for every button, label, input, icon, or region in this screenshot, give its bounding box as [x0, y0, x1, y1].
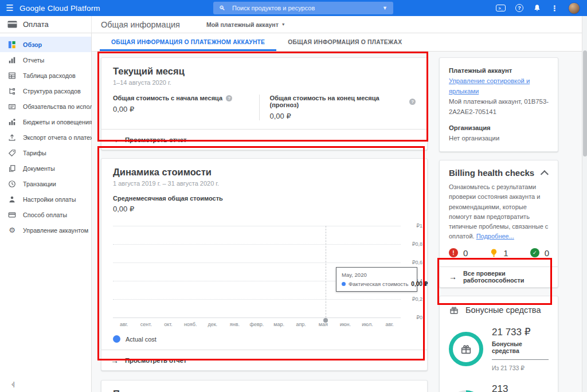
organization-label: Организация [449, 123, 549, 133]
metric-value: 0,00 ₽ [270, 112, 416, 120]
billing-health-description: Ознакомьтесь с результатами проверки сос… [449, 183, 548, 239]
sidebar-item-label: Управление аккаунтом [23, 227, 88, 234]
sidebar-item-commitments[interactable]: Обязательства по использ... [0, 99, 91, 114]
manage-sorting-labels-link[interactable]: Управление сортировкой и ярлыками [449, 77, 530, 95]
sidebar-item-label: Способ оплаты [23, 211, 67, 218]
legend-series-dot-icon [113, 335, 120, 343]
all-health-checks-link[interactable]: → Все проверки работоспособности [440, 266, 558, 287]
x-tick-label: апр. [290, 322, 312, 327]
x-tick-label: июн. [334, 322, 357, 327]
top-app-bar: ☰ Google Cloud Platform 🔍︎ Поиск продукт… [0, 0, 587, 16]
page-scrollbar[interactable] [582, 16, 587, 392]
credit-label: Бонусные средства [492, 340, 549, 360]
health-stat-count: 0 [463, 248, 468, 258]
x-tick-label: нояб. [179, 322, 202, 327]
tooltip-title: May, 2020 [342, 272, 412, 278]
cloud-shell-icon[interactable]: >_ [496, 5, 506, 11]
billing-account-selector-label: Мой платежный аккаунт [206, 21, 279, 28]
sidebar-item-budgets-alerts[interactable]: Бюджеты и оповещения [0, 114, 91, 130]
collapse-chevron-icon[interactable] [541, 170, 549, 178]
sidebar-item-cost-table[interactable]: Таблица расходов [0, 68, 91, 83]
x-axis-labels: авг. сент. окт. нояб. дек. янв. февр. ма… [113, 322, 401, 327]
sidebar-item-pricing[interactable]: Тарифы [0, 145, 91, 160]
x-axis-line [113, 317, 401, 318]
collapse-sidebar-icon[interactable]: ‹| [11, 381, 14, 387]
view-report-link[interactable]: → Просмотреть отчет [101, 350, 427, 370]
search-dropdown-caret-icon[interactable]: ▼ [382, 5, 388, 11]
sidebar-item-label: Структура расходов [23, 88, 81, 95]
current-month-date-range: 1–14 августа 2020 г. [113, 79, 416, 86]
sidebar-item-label: Таблица расходов [23, 72, 76, 79]
credit-total: Из 21 733 ₽ [492, 364, 549, 373]
metric-value: 0,00 ₽ [113, 105, 259, 113]
tab-payments-overview[interactable]: ОБЩАЯ ИНФОРМАЦИЯ О ПЛАТЕЖАХ [276, 33, 413, 51]
help-icon[interactable]: ? [226, 95, 232, 101]
menu-hamburger-icon[interactable]: ☰ [0, 3, 19, 13]
pricing-tag-icon [7, 148, 17, 158]
sidebar-item-reports[interactable]: Отчеты [0, 52, 91, 68]
commitments-icon [7, 102, 17, 111]
sidebar-item-billing-export[interactable]: Экспорт отчета о платежах [0, 130, 91, 145]
bonus-section-title: Бонусные средства [465, 305, 541, 315]
avg-cost-label: Среднемесячная общая стоимость [113, 195, 416, 202]
sidebar-item-label: Настройки оплаты [23, 196, 76, 203]
tooltip-series-label: Фактическая стоимость [349, 281, 408, 287]
billing-account-selector[interactable]: Мой платежный аккаунт ▼ [206, 21, 285, 28]
view-report-label: Просмотреть отчет [125, 357, 186, 364]
metric-month-to-date: Общая стоимость с начала месяца ? 0,00 ₽ [113, 95, 259, 120]
health-stat-count: 0 [545, 248, 549, 258]
popular-projects-card: Популярные проекты 1 августа 2019 г. – 3… [101, 380, 428, 392]
sidebar-item-label: Транзакции [23, 181, 56, 187]
sidebar-item-cost-breakdown[interactable]: Структура расходов [0, 83, 91, 99]
product-header-bar: Оплата Общая информация Мой платежный ак… [0, 16, 587, 33]
view-report-link[interactable]: → Просмотреть отчет [101, 129, 427, 150]
y-tick-label: ₽0 [416, 315, 422, 320]
sidebar-item-payment-settings[interactable]: Настройки оплаты [0, 191, 91, 207]
gridline [113, 244, 401, 245]
sidebar-item-overview[interactable]: Обзор [0, 37, 91, 52]
overview-grid-icon [7, 40, 17, 49]
arrow-right-icon: → [449, 272, 457, 281]
x-tick-label: дек. [201, 322, 224, 327]
sidebar-item-account-management[interactable]: ⚙ Управление аккаунтом [0, 222, 91, 238]
product-home[interactable]: Оплата [0, 16, 92, 33]
help-icon[interactable]: ? [409, 99, 416, 105]
tab-billing-account-overview[interactable]: ОБЩАЯ ИНФОРМАЦИЯ О ПЛАТЕЖНОМ АККАУНТЕ [100, 33, 276, 51]
free-trial-credits-card: Бонусные средства 21 733 ₽ Бонусные сред… [439, 296, 558, 392]
error-icon: ! [449, 248, 458, 257]
sidebar-item-payment-method[interactable]: Способ оплаты [0, 207, 91, 222]
arrow-right-icon: → [111, 356, 119, 365]
chart-legend: Actual cost [113, 335, 416, 343]
current-month-title: Текущий месяц [113, 66, 416, 77]
health-stat-suggestions: 1 [490, 248, 508, 258]
x-tick-label: сент. [135, 322, 158, 327]
sidebar-item-label: Тарифы [23, 150, 46, 156]
tooltip-value: 0,00 ₽ [411, 281, 428, 287]
y-tick-label: ₽0,8 [412, 241, 422, 247]
learn-more-link[interactable]: Подробнее... [476, 233, 514, 240]
gear-icon: ⚙ [7, 226, 17, 235]
scrollbar-thumb[interactable] [583, 50, 587, 156]
gift-icon [449, 305, 459, 315]
sidebar-item-transactions[interactable]: Транзакции [0, 176, 91, 191]
sidebar-item-documents[interactable]: Документы [0, 160, 91, 176]
main-content: ОБЩАЯ ИНФОРМАЦИЯ О ПЛАТЕЖНОМ АККАУНТЕ ОБ… [92, 33, 587, 392]
current-month-card: Текущий месяц 1–14 августа 2020 г. Общая… [101, 57, 428, 150]
sidebar-item-label: Экспорт отчета о платежах [23, 134, 101, 141]
help-icon[interactable]: ? [515, 4, 523, 12]
cost-structure-icon [7, 87, 17, 96]
more-options-icon[interactable]: ⋮ [551, 4, 558, 13]
user-avatar[interactable] [568, 2, 580, 14]
days-remaining-value: 213 [492, 383, 549, 392]
gridline [113, 226, 401, 226]
cost-trend-title: Динамика стоимости [113, 167, 416, 178]
arrow-right-icon: → [111, 135, 119, 144]
search-input[interactable]: 🔍︎ Поиск продуктов и ресурсов ▼ [213, 2, 393, 14]
search-icon: 🔍︎ [219, 5, 225, 11]
notifications-bell-icon[interactable] [533, 4, 541, 12]
billing-account-id: Мой платежный аккаунт, 01B753-2A2AE2-705… [449, 96, 549, 117]
cost-trend-chart[interactable]: ₽1 ₽0,8 ₽0,6 ₽0,4 ₽0,2 ₽0 May, 2020 Фак [113, 226, 401, 317]
x-tick-label: янв. [224, 322, 246, 327]
cost-trend-card: Динамика стоимости 1 августа 2019 г. – 3… [101, 158, 428, 371]
metric-label: Общая стоимость на конец месяца (прогноз… [270, 95, 406, 108]
